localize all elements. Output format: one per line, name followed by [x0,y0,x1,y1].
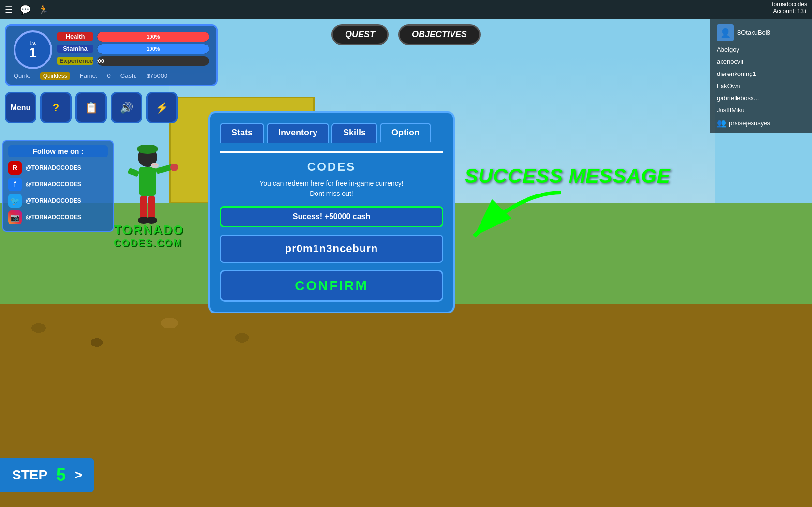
twitter-icon: 🐦 [8,194,22,208]
player-name-2: Abelgoy [717,46,739,53]
twitter-handle: @TORNADOCODES [26,197,81,204]
players-list: 👤 8OtakuBoi8 Abelgoy akenoevil dierenkon… [710,19,812,133]
quirk-value: Quirkless [40,72,70,80]
exp-bar-bg: 0/200 [97,56,209,66]
player-item-8: 👥 praisejesusyes [713,116,810,130]
step-label: STEP [12,467,47,483]
player-item-4: dierenkoning1 [713,68,810,80]
player-item-7: JustlIMiku [713,104,810,116]
cash-label: Cash: [120,72,137,80]
help-button[interactable]: ? [40,92,72,123]
player-name-7: JustlIMiku [717,106,745,114]
svg-point-10 [146,217,157,224]
notebook-button[interactable]: 📋 [75,92,107,123]
player-item-1: 👤 8OtakuBoi8 [713,22,810,44]
stamina-value: 100% [146,46,160,52]
sound-button[interactable]: 🔊 [111,92,142,123]
character-display [111,145,184,254]
health-bar-fill: 100% [97,32,209,42]
roblox-icon: R [8,161,22,175]
player-stats-panel: Lv. 1 Health 100% Stamina 100% [5,24,218,86]
social-twitter[interactable]: 🐦 @TORNADOCODES [8,194,108,208]
tab-option[interactable]: Option [380,123,431,143]
instagram-handle: @TORNADOCODES [26,214,81,221]
quirk-label: Quirk: [14,72,30,80]
social-roblox[interactable]: R @TORNADOCODES [8,161,108,175]
social-title: Follow me on : [8,145,108,157]
player-avatar-1: 👤 [717,24,734,41]
player-name-1: 8OtakuBoi8 [737,29,770,36]
top-bar: ☰ 💬 🏃 tornadocodes Account: 13+ [0,0,812,19]
confirm-button-label: CONFIRM [295,278,368,293]
codes-title: CODES [220,160,443,174]
hamburger-menu-icon[interactable]: ☰ [5,4,13,15]
exp-bar-row: Experience 0/200 [57,56,209,66]
success-arrow-svg [465,188,586,246]
person-icon[interactable]: 🏃 [38,4,48,15]
tab-inventory[interactable]: Inventory [267,123,329,143]
step-indicator: STEP 5 > [0,458,94,492]
action-buttons-row: Menu ? 📋 🔊 ⚡ [5,92,178,123]
roblox-handle: @TORNADOCODES [26,164,81,171]
social-panel: Follow me on : R @TORNADOCODES f @TORNAD… [2,140,114,232]
bars-container: Health 100% Stamina 100% Experience [57,32,209,68]
codes-modal: Stats Inventory Skills Option CODES You … [208,111,455,313]
code-input-display[interactable]: pr0m1n3nceburn [220,235,443,263]
facebook-handle: @TORNADOCODES [26,181,81,188]
player-name-6: gabrielleboss... [717,94,759,102]
social-facebook[interactable]: f @TORNADOCODES [8,178,108,191]
health-value: 100% [146,34,160,40]
codes-description: You can redeem here for free in-game cur… [220,179,443,199]
health-label: Health [57,32,93,41]
svg-point-13 [155,164,157,165]
character-svg [111,145,184,252]
chat-icon[interactable]: 💬 [20,4,30,15]
fame-value: 0 [107,72,111,80]
level-number: 1 [29,46,37,60]
svg-rect-3 [139,167,156,196]
objectives-button[interactable]: OBJECTIVES [398,24,481,45]
player-item-3: akenoevil [713,56,810,68]
stamina-bar-fill: 100% [97,44,209,54]
step-text: STEP 5 > [12,465,82,485]
player-name-4: dierenkoning1 [717,70,756,77]
stamina-label: Stamina [57,45,93,53]
account-info: tornadocodes Account: 13+ [772,1,807,15]
player-item-6: gabrielleboss... [713,92,810,104]
tab-stats[interactable]: Stats [220,123,264,143]
tab-skills[interactable]: Skills [331,123,377,143]
player-name-5: FakOwn [717,82,740,89]
desc-line1: You can redeem here for free in-game cur… [220,179,443,189]
success-message-overlay: SUCCESS MESSAGE [465,164,670,188]
modal-tabs: Stats Inventory Skills Option [220,123,443,143]
player-name-8: praisejesusyes [729,119,770,127]
confirm-button[interactable]: CONFIRM [220,270,443,302]
svg-rect-8 [148,196,155,220]
fame-label: Fame: [80,72,98,80]
step-arrow: > [75,467,82,483]
quest-buttons-row: QUEST OBJECTIVES [331,24,481,45]
stamina-bar-bg: 100% [97,44,209,54]
social-instagram[interactable]: 📷 @TORNADOCODES [8,210,108,224]
player-name-3: akenoevil [717,58,743,65]
health-bar-bg: 100% [97,32,209,42]
code-input-value: pr0m1n3nceburn [285,242,378,254]
step-number: 5 [56,465,66,485]
cash-value: $75000 [147,72,167,80]
success-message-text: Sucess! +50000 cash [293,212,371,221]
account-label: Account: 13+ [772,8,807,15]
menu-button[interactable]: Menu [5,92,36,123]
exp-label: Experience [57,57,93,65]
health-bar-row: Health 100% [57,32,209,42]
tab-underline [220,151,443,153]
top-bar-icons: ☰ 💬 🏃 [5,4,48,15]
special-button[interactable]: ⚡ [146,92,178,123]
quest-button[interactable]: QUEST [331,24,389,45]
svg-rect-2 [140,146,155,153]
player-info-row: Quirk: Quirkless Fame: 0 Cash: $75000 [14,72,209,80]
game-floor [0,304,812,507]
instagram-icon: 📷 [8,210,22,224]
player-item-2: Abelgoy [713,44,810,56]
svg-rect-4 [128,168,140,177]
level-badge: Lv. 1 [14,30,52,69]
